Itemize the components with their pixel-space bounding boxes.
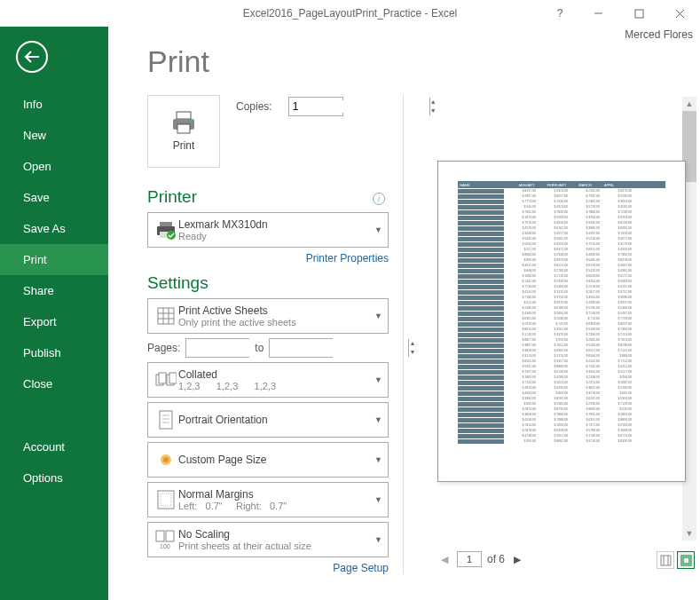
print-icon: [170, 111, 197, 134]
zoom-to-page-button[interactable]: [677, 551, 695, 569]
minimize-button[interactable]: [578, 0, 618, 27]
printer-properties-link[interactable]: Printer Properties: [147, 252, 389, 264]
close-button[interactable]: [659, 0, 700, 27]
print-preview-pane: ▲ ▼ NAMEJANUARYFEBRUARYMARCHAPRIL $ 8437…: [403, 95, 696, 574]
page-total: of 6: [487, 553, 505, 565]
sheets-icon: [153, 306, 178, 326]
maximize-button[interactable]: [618, 0, 659, 27]
collation-dropdown[interactable]: Collated1,2,3 1,2,3 1,2,3 ▼: [147, 362, 389, 398]
nav-account[interactable]: Account: [0, 431, 108, 462]
chevron-down-icon: ▼: [374, 375, 382, 384]
nav-open[interactable]: Open: [0, 151, 108, 182]
prev-page-button[interactable]: ◀: [437, 554, 452, 565]
svg-rect-12: [158, 308, 174, 324]
print-button-label: Print: [173, 139, 195, 152]
back-button[interactable]: [16, 41, 48, 73]
print-button[interactable]: Print: [147, 95, 220, 168]
svg-rect-30: [166, 531, 174, 541]
page-title: Print: [147, 44, 700, 79]
nav-save[interactable]: Save: [0, 182, 108, 213]
next-page-button[interactable]: ▶: [510, 554, 524, 565]
svg-text:100: 100: [160, 543, 170, 549]
nav-print[interactable]: Print: [0, 244, 108, 275]
svg-rect-29: [156, 531, 164, 541]
printer-dropdown[interactable]: Lexmark MX310dnReady ▼: [147, 212, 389, 248]
scaling-icon: 100: [153, 530, 178, 549]
copies-label: Copies:: [236, 100, 272, 113]
svg-point-7: [190, 121, 193, 123]
help-button[interactable]: ?: [542, 0, 578, 27]
portrait-icon: [153, 410, 178, 430]
nav-export[interactable]: Export: [0, 306, 108, 337]
chevron-down-icon: ▼: [374, 495, 382, 504]
printer-heading: Printer: [147, 187, 389, 207]
pagesize-icon: [153, 451, 178, 469]
title-bar: Excel2016_PageLayoutPrint_Practice - Exc…: [0, 0, 700, 27]
page-setup-link[interactable]: Page Setup: [147, 562, 389, 574]
pagesize-dropdown[interactable]: Custom Page Size ▼: [147, 442, 389, 478]
scaling-dropdown[interactable]: 100 No ScalingPrint sheets at their actu…: [147, 522, 389, 557]
chevron-down-icon: ▼: [374, 312, 382, 320]
printer-status: Ready: [178, 231, 370, 241]
show-margins-button[interactable]: [657, 551, 674, 569]
svg-rect-4: [177, 112, 191, 119]
nav-options[interactable]: Options: [0, 462, 108, 493]
svg-rect-32: [661, 556, 671, 565]
svg-rect-20: [169, 373, 177, 383]
nav-publish[interactable]: Publish: [0, 337, 108, 368]
margins-dropdown[interactable]: Normal MarginsLeft: 0.7" Right: 0.7" ▼: [147, 482, 389, 517]
nav-close[interactable]: Close: [0, 368, 108, 399]
svg-rect-1: [635, 10, 643, 18]
pages-to-input[interactable]: [270, 339, 408, 357]
settings-heading: Settings: [147, 273, 389, 293]
chevron-down-icon: ▼: [374, 225, 382, 234]
nav-save-as[interactable]: Save As: [0, 213, 108, 244]
printer-icon: [153, 220, 178, 240]
svg-point-26: [163, 457, 169, 462]
svg-rect-18: [159, 373, 166, 383]
pages-label: Pages:: [147, 342, 180, 354]
scroll-up[interactable]: ▲: [682, 97, 696, 111]
chevron-down-icon: ▼: [374, 455, 382, 464]
printer-info-icon[interactable]: i: [373, 193, 385, 205]
margins-icon: [153, 490, 178, 509]
collate-icon: [153, 371, 178, 389]
nav-share[interactable]: Share: [0, 275, 108, 306]
window-title: Excel2016_PageLayoutPrint_Practice - Exc…: [243, 7, 457, 20]
svg-point-11: [167, 231, 176, 240]
current-page[interactable]: 1: [457, 551, 482, 567]
svg-rect-28: [161, 493, 171, 506]
svg-rect-36: [683, 557, 689, 564]
pages-to-label: to: [255, 342, 263, 354]
print-what-dropdown[interactable]: Print Active SheetsOnly print the active…: [147, 298, 389, 334]
chevron-down-icon: ▼: [374, 535, 382, 544]
svg-rect-21: [160, 411, 172, 429]
svg-rect-9: [160, 222, 172, 226]
chevron-down-icon: ▼: [374, 415, 382, 424]
svg-rect-6: [177, 124, 190, 133]
backstage-sidebar: InfoNewOpenSaveSave AsPrintShareExportPu…: [0, 27, 108, 600]
orientation-dropdown[interactable]: Portrait Orientation ▼: [147, 402, 389, 438]
preview-page: NAMEJANUARYFEBRUARYMARCHAPRIL $ 8437.00$…: [437, 161, 686, 482]
scroll-down[interactable]: ▼: [682, 526, 696, 541]
nav-new[interactable]: New: [0, 120, 108, 151]
printer-name: Lexmark MX310dn: [178, 218, 370, 231]
nav-info[interactable]: Info: [0, 89, 108, 120]
